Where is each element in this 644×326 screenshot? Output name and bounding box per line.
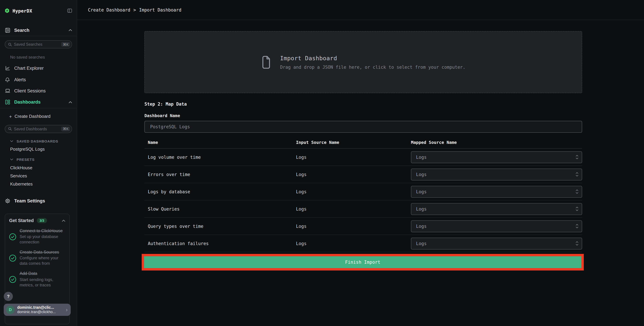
team-settings-label: Team Settings	[14, 198, 45, 203]
user-meta: dominic.tran@clic... dominic.tran@clickh…	[17, 305, 66, 314]
saved-dashboards-input[interactable]: Saved Dashboards ⌘K	[5, 125, 72, 133]
chevron-down-icon	[10, 140, 13, 142]
mapped-source-select[interactable]: Logs	[411, 151, 582, 163]
json-dropzone[interactable]: Import Dashboard Drag and drop a JSON fi…	[144, 31, 582, 93]
mapped-source-select[interactable]: Logs	[411, 168, 582, 180]
saved-dashboard-item[interactable]: PostgreSQL Logs	[0, 145, 77, 153]
get-started-title: Get Started	[9, 218, 34, 223]
shortcut-badge: ⌘K	[62, 42, 70, 47]
row-name: Errors over time	[144, 172, 296, 177]
check-circle-icon	[9, 233, 16, 240]
search-icon	[8, 43, 12, 46]
select-carets-icon	[576, 241, 578, 246]
create-dashboard-button[interactable]: + Create Dashboard	[0, 111, 77, 122]
saved-dashboards-list: PostgreSQL Logs	[0, 145, 77, 153]
table-row: Slow Queries Logs Logs	[144, 200, 582, 218]
sidebar: HyperDX Search	[0, 0, 77, 326]
sidebar-collapse-icon[interactable]	[67, 9, 72, 13]
column-header-name: Name	[144, 140, 296, 145]
sidebar-item-client-sessions[interactable]: Client Sessions	[0, 85, 77, 97]
hyperdx-logo-icon	[5, 8, 10, 13]
selected-option: Logs	[416, 189, 427, 194]
search-section-icon	[5, 28, 10, 33]
checklist-item-subtitle: Start sending logs, metrics, or traces	[20, 277, 64, 288]
get-started-header[interactable]: Get Started 3/3	[9, 218, 65, 223]
select-carets-icon	[576, 155, 578, 159]
presets-list: ClickHouse Services Kubernetes	[0, 164, 77, 188]
checklist-item[interactable]: Connect to ClickHouse Set up your databa…	[9, 228, 65, 245]
no-saved-searches-note: No saved searches	[10, 55, 72, 60]
saved-dashboards-group-header[interactable]: SAVED DASHBOARDS	[10, 139, 72, 143]
chevron-right-icon: ›	[66, 307, 68, 313]
chevron-up-icon[interactable]	[62, 219, 65, 222]
presets-group-header[interactable]: PRESETS	[10, 157, 72, 162]
step-title: Step 2: Map Data	[144, 102, 582, 107]
user-menu[interactable]: D dominic.tran@clic... dominic.tran@clic…	[4, 304, 71, 316]
mapped-source-select[interactable]: Logs	[411, 237, 582, 249]
sidebar-item-search[interactable]: Search	[0, 27, 77, 34]
dropzone-subtitle: Drag and drop a JSON file here, or click…	[280, 65, 466, 70]
column-header-input-source: Input Source Name	[296, 140, 411, 145]
preset-item[interactable]: Services	[0, 172, 77, 180]
saved-dashboards-placeholder: Saved Dashboards	[14, 127, 62, 131]
sidebar-item-chart-explorer[interactable]: Chart Explorer	[0, 63, 77, 74]
chevron-up-icon[interactable]	[69, 101, 72, 103]
saved-searches-input[interactable]: Saved Searches ⌘K	[5, 40, 72, 48]
mapped-source-select[interactable]: Logs	[411, 220, 582, 232]
preset-item[interactable]: ClickHouse	[0, 164, 77, 172]
selected-option: Logs	[416, 224, 427, 229]
dashboards-icon	[5, 100, 10, 105]
row-input-source: Logs	[296, 189, 411, 194]
import-dashboard-content: Import Dashboard Drag and drop a JSON fi…	[144, 20, 582, 270]
row-input-source: Logs	[296, 172, 411, 177]
table-header: Name Input Source Name Mapped Source Nam…	[144, 138, 582, 149]
table-row: Authentication failures Logs Logs	[144, 235, 582, 252]
mapping-table: Name Input Source Name Mapped Source Nam…	[144, 138, 582, 252]
selected-option: Logs	[416, 241, 427, 246]
sidebar-item-alerts[interactable]: Alerts	[0, 74, 77, 85]
row-input-source: Logs	[296, 224, 411, 229]
check-circle-icon	[9, 276, 16, 283]
checklist-item-subtitle: Configure where your data comes from	[20, 256, 64, 267]
group-title: PRESETS	[16, 157, 34, 161]
sidebar-item-team-settings[interactable]: Team Settings	[0, 198, 77, 204]
row-name: Authentication failures	[144, 241, 296, 246]
divider	[0, 108, 77, 108]
create-dashboard-label: Create Dashboard	[14, 114, 50, 119]
row-name: Log volume over time	[144, 155, 296, 160]
gear-icon	[5, 198, 10, 203]
mapped-source-select[interactable]: Logs	[411, 203, 582, 215]
row-input-source: Logs	[296, 241, 411, 246]
dashboard-name-input[interactable]: PostgreSQL Logs	[144, 121, 582, 133]
search-icon	[8, 127, 12, 131]
checklist-item-subtitle: Set up your database connection	[20, 234, 64, 245]
breadcrumb-create-dashboard[interactable]: Create Dashboard	[88, 7, 130, 12]
mapped-source-select[interactable]: Logs	[411, 186, 582, 198]
checklist-item-text: Create Data Sources Configure where your…	[20, 249, 64, 266]
user-email: dominic.tran@clickho...	[17, 310, 66, 315]
nav-label: Chart Explorer	[14, 66, 44, 71]
saved-searches-placeholder: Saved Searches	[14, 42, 62, 46]
dropzone-text: Import Dashboard Drag and drop a JSON fi…	[280, 55, 466, 70]
avatar: D	[6, 305, 14, 314]
breadcrumb: Create Dashboard > Import Dashboard	[77, 0, 644, 20]
checklist-item-text: Add Data Start sending logs, metrics, or…	[20, 271, 64, 288]
help-button[interactable]: ?	[4, 292, 13, 301]
row-input-source: Logs	[296, 206, 411, 211]
finish-import-button[interactable]: Finish Import	[144, 256, 582, 268]
search-section-label: Search	[14, 28, 30, 33]
check-circle-icon	[9, 254, 16, 261]
dashboard-name-value: PostgreSQL Logs	[150, 124, 190, 129]
chevron-up-icon[interactable]	[69, 29, 72, 31]
dropzone-title: Import Dashboard	[280, 55, 466, 62]
select-carets-icon	[576, 172, 578, 177]
sidebar-item-dashboards[interactable]: Dashboards	[0, 97, 77, 108]
checklist-item[interactable]: Add Data Start sending logs, metrics, or…	[9, 271, 65, 288]
main-area: Create Dashboard > Import Dashboard Impo…	[77, 0, 644, 326]
preset-item[interactable]: Kubernetes	[0, 180, 77, 188]
nav-label: Dashboards	[14, 100, 40, 105]
click-target-annotation: Finish Import	[142, 254, 584, 270]
checklist-item[interactable]: Create Data Sources Configure where your…	[9, 249, 65, 266]
column-header-mapped-source: Mapped Source Name	[411, 140, 582, 145]
plus-icon: +	[9, 114, 12, 119]
